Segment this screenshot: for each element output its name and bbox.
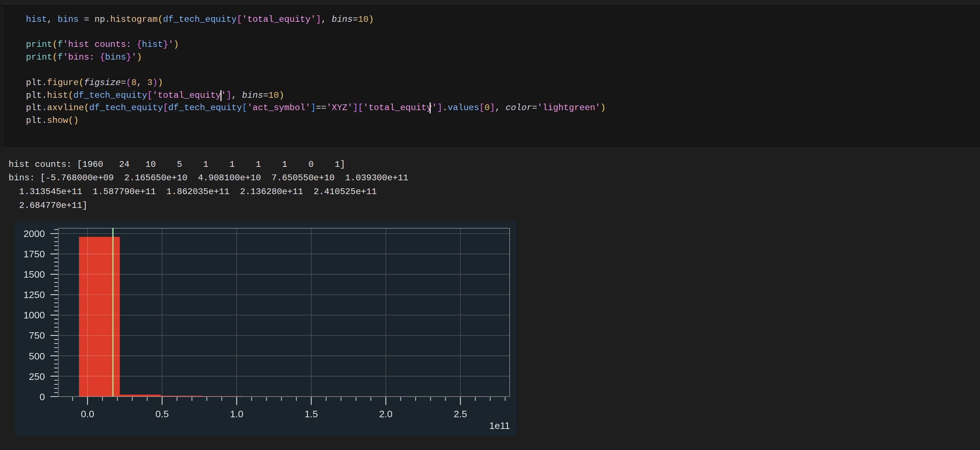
svg-text:250: 250 bbox=[29, 371, 45, 382]
svg-text:2.5: 2.5 bbox=[453, 409, 467, 420]
svg-text:2.0: 2.0 bbox=[379, 409, 393, 420]
svg-text:750: 750 bbox=[29, 330, 45, 341]
svg-text:500: 500 bbox=[29, 351, 45, 362]
svg-text:0: 0 bbox=[40, 391, 45, 402]
svg-text:1250: 1250 bbox=[24, 289, 45, 300]
svg-text:1500: 1500 bbox=[24, 269, 45, 280]
svg-text:1750: 1750 bbox=[24, 249, 45, 260]
svg-text:0.0: 0.0 bbox=[81, 409, 94, 420]
svg-text:1.0: 1.0 bbox=[230, 409, 243, 420]
svg-text:2000: 2000 bbox=[24, 228, 45, 239]
svg-text:0.5: 0.5 bbox=[155, 409, 169, 420]
svg-text:1.5: 1.5 bbox=[304, 409, 318, 420]
svg-text:1e11: 1e11 bbox=[489, 420, 510, 431]
svg-text:1000: 1000 bbox=[24, 310, 45, 321]
